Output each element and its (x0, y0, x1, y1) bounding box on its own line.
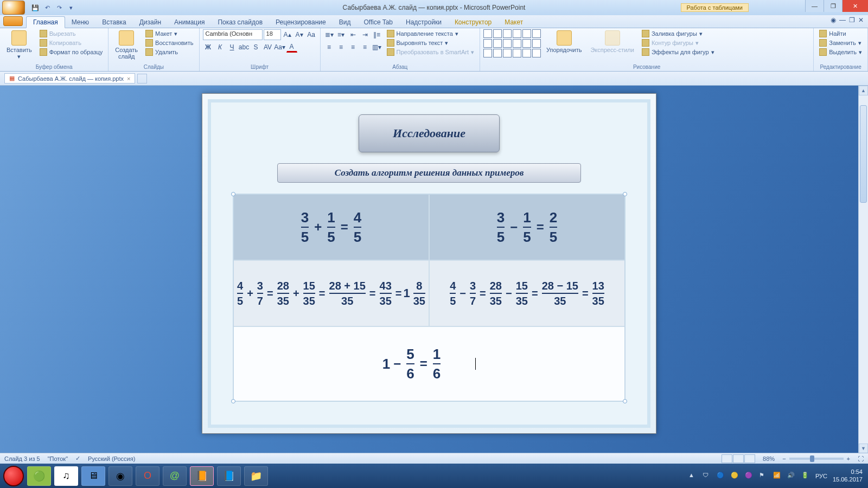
replace-button[interactable]: Заменить▾ (817, 38, 864, 47)
start-button[interactable] (3, 466, 24, 486)
text-direction-button[interactable]: Направление текста▾ (385, 29, 476, 38)
language-indicator[interactable]: Русский (Россия) (88, 455, 135, 462)
arrange-button[interactable]: Упорядочить (543, 29, 585, 54)
battery-icon[interactable]: 🔋 (801, 472, 810, 480)
tray-icon[interactable]: 🟡 (731, 472, 739, 480)
table-cell[interactable]: 45 − 37 = 2835 − 1535 = 28 − 1535 = 1335 (430, 261, 624, 326)
shadow-button[interactable]: S (251, 42, 261, 53)
taskbar-app[interactable]: 🖥 (81, 466, 105, 486)
table-cell[interactable]: 35 + 15 = 45 (234, 195, 430, 260)
restore-doc-icon[interactable]: ❐ (849, 16, 855, 24)
clear-format-icon[interactable]: Aa (306, 29, 317, 40)
select-button[interactable]: Выделить▾ (817, 48, 864, 56)
close-doc-icon[interactable]: ✕ (858, 16, 864, 24)
tab-table-layout[interactable]: Макет (498, 17, 529, 28)
justify-button[interactable]: ≡ (360, 42, 371, 53)
table-cell[interactable]: 35 − 15 = 25 (430, 195, 624, 260)
slide-canvas-area[interactable]: Исследование Создать алгоритм решения да… (0, 86, 858, 473)
zoom-in-icon[interactable]: + (847, 455, 850, 462)
strike-button[interactable]: abc (239, 42, 250, 53)
char-spacing-button[interactable]: AV (263, 42, 273, 53)
office-tab-stub[interactable] (3, 16, 23, 26)
taskbar-opera[interactable]: O (136, 466, 159, 486)
slide[interactable]: Исследование Создать алгоритм решения да… (202, 93, 656, 434)
tray-icon[interactable]: 🛡 (703, 472, 711, 480)
bullets-button[interactable]: ≣▾ (324, 29, 335, 40)
shapes-gallery[interactable] (483, 29, 541, 57)
table-cell[interactable]: 45 + 37 = 2835 + 1535 = 28 + 1535 = 4335… (234, 261, 430, 326)
format-painter-button[interactable]: Формат по образцу (37, 48, 105, 56)
minimize-button[interactable]: — (805, 0, 824, 12)
office-button[interactable] (2, 1, 25, 15)
tray-icon[interactable]: 🔵 (717, 472, 725, 480)
tray-icon[interactable]: ⚑ (759, 472, 768, 480)
tab-review[interactable]: Рецензирование (269, 17, 333, 28)
selection-handle[interactable] (623, 192, 627, 196)
min-ribbon-icon[interactable]: — (839, 16, 846, 24)
selection-handle[interactable] (231, 399, 235, 403)
table-row[interactable]: 1 − 56 = 16 (234, 327, 624, 401)
tab-table-design[interactable]: Конструктор (448, 17, 498, 28)
columns-button[interactable]: ▥▾ (372, 42, 382, 53)
delete-button[interactable]: Удалить (143, 48, 195, 56)
align-text-button[interactable]: Выровнять текст▾ (385, 38, 476, 47)
align-center-button[interactable]: ≡ (336, 42, 347, 53)
sorter-view-button[interactable] (733, 454, 744, 463)
scroll-up-icon[interactable]: ▲ (859, 86, 868, 95)
tab-design[interactable]: Дизайн (133, 17, 168, 28)
align-right-button[interactable]: ≡ (348, 42, 359, 53)
shape-icon[interactable] (483, 29, 492, 38)
zoom-slider[interactable]: − + (782, 455, 850, 462)
font-color-button[interactable]: A (286, 42, 297, 53)
shape-outline-button[interactable]: Контур фигуры▾ (640, 38, 717, 47)
new-slide-button[interactable]: Создать слайд (112, 29, 141, 61)
inc-indent-button[interactable]: ⇥ (360, 29, 371, 40)
tab-menu[interactable]: Меню (65, 17, 95, 28)
tab-slideshow[interactable]: Показ слайдов (211, 17, 269, 28)
qat-more-icon[interactable]: ▾ (66, 3, 76, 12)
tray-icon[interactable]: ▲ (688, 472, 697, 480)
tab-officetab[interactable]: Office Tab (357, 17, 399, 28)
selection-handle[interactable] (623, 399, 627, 403)
document-tab[interactable]: ▦ Сабырбаева А.Ж. слайд — копия.pptx × (4, 73, 135, 84)
shrink-font-icon[interactable]: A▾ (294, 29, 305, 40)
underline-button[interactable]: Ч (227, 42, 238, 53)
clock[interactable]: 0:54 15.06.2017 (833, 468, 865, 483)
dec-indent-button[interactable]: ⇤ (348, 29, 359, 40)
spellcheck-icon[interactable]: ✓ (75, 455, 80, 462)
scroll-thumb[interactable] (860, 105, 867, 203)
redo-icon[interactable]: ↷ (54, 3, 64, 12)
maximize-button[interactable]: ❐ (824, 0, 842, 12)
tab-insert[interactable]: Вставка (95, 17, 133, 28)
font-name-combo[interactable]: Cambria (Основн (203, 29, 263, 40)
help-icon[interactable]: ◉ (831, 16, 836, 24)
close-button[interactable]: ✕ (842, 0, 868, 12)
tab-view[interactable]: Вид (333, 17, 358, 28)
zoom-thumb[interactable] (810, 455, 814, 462)
cut-button[interactable]: Вырезать (37, 29, 105, 38)
zoom-out-icon[interactable]: − (782, 455, 786, 462)
paste-button[interactable]: Вставить▾ (3, 29, 35, 61)
selection-handle[interactable] (231, 192, 235, 196)
find-button[interactable]: Найти (817, 29, 864, 38)
layout-button[interactable]: Макет▾ (143, 29, 195, 38)
input-language[interactable]: РУС (815, 473, 827, 479)
new-tab-button[interactable] (137, 74, 147, 84)
shape-fill-button[interactable]: Заливка фигуры▾ (640, 29, 717, 38)
bold-button[interactable]: Ж (203, 42, 214, 53)
taskbar-chrome[interactable]: ◉ (108, 466, 132, 486)
taskbar-explorer[interactable]: 📁 (244, 466, 268, 486)
tray-icon[interactable]: 🟣 (745, 472, 754, 480)
close-tab-icon[interactable]: × (127, 75, 130, 82)
math-table[interactable]: 35 + 15 = 45 35 − 15 = 25 (233, 194, 626, 402)
copy-button[interactable]: Копировать (37, 38, 105, 47)
network-icon[interactable]: 📶 (773, 472, 782, 480)
tab-home[interactable]: Главная (26, 16, 65, 28)
vertical-scrollbar[interactable]: ▲ ▼ ⇈ ⇊ (858, 86, 868, 473)
scroll-down-icon[interactable]: ▼ (859, 444, 868, 453)
slideshow-view-button[interactable] (744, 454, 755, 463)
quick-styles-button[interactable]: Экспресс-стили (587, 29, 637, 54)
grow-font-icon[interactable]: A▴ (282, 29, 293, 40)
taskbar-app[interactable]: ♫ (54, 466, 78, 486)
font-size-combo[interactable]: 18 (264, 29, 281, 40)
